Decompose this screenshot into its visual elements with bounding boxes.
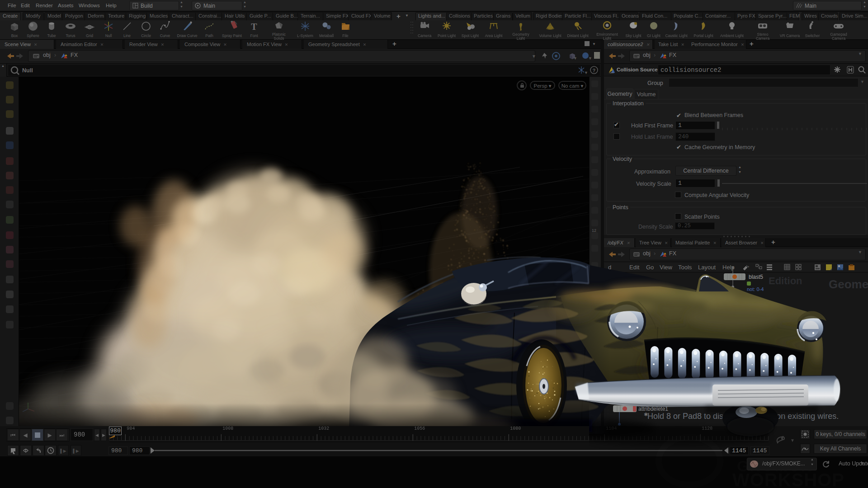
- svg-text:▼: ▼: [588, 56, 592, 61]
- svg-text:T: T: [251, 22, 257, 32]
- svg-text:▼: ▼: [790, 438, 795, 443]
- svg-text:?: ?: [593, 68, 596, 73]
- svg-text:▼: ▼: [584, 70, 588, 75]
- svg-text:▼: ▼: [573, 56, 577, 61]
- svg-text:+: +: [747, 265, 750, 269]
- svg-text:▼: ▼: [532, 54, 536, 59]
